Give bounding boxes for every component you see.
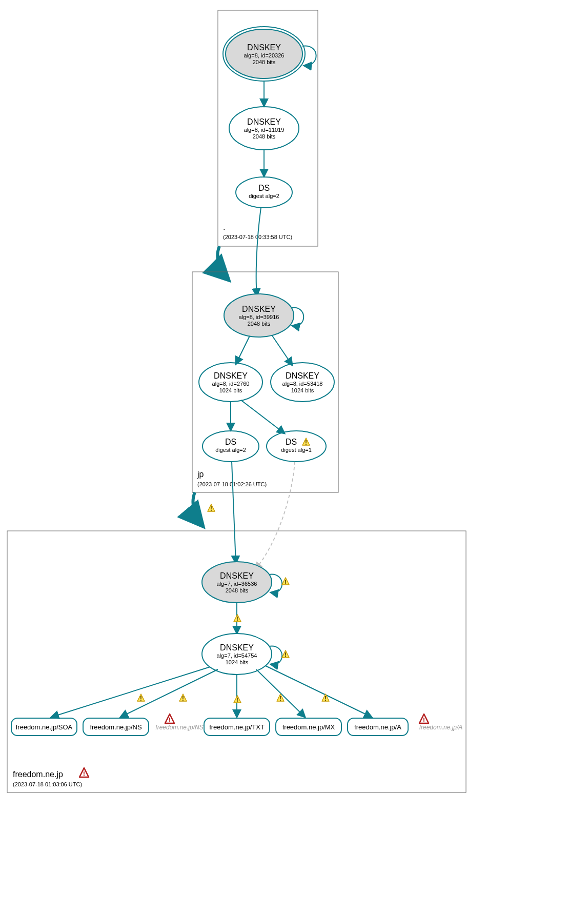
edge-zsk-ns: [120, 669, 218, 717]
svg-point-29: [267, 431, 326, 462]
rrset-txt: freedom.ne.jp/TXT: [204, 718, 270, 736]
zone-jp-timestamp: (2023-07-18 01:02:26 UTC): [197, 481, 267, 487]
svg-text:DNSKEY: DNSKEY: [286, 371, 319, 380]
svg-text:!: !: [210, 505, 212, 512]
svg-text:!: !: [169, 716, 171, 724]
edge-zsk-mx: [256, 669, 305, 717]
edge-root-ds-jp-ksk: [256, 208, 261, 296]
error-icon: !: [79, 768, 89, 778]
svg-text:1024 bits: 1024 bits: [226, 659, 249, 665]
dnssec-graph: . (2023-07-18 00:33:58 UTC) DNSKEY alg=8…: [0, 0, 588, 911]
edge-jp-zsk1-ds1: [241, 400, 285, 433]
edge-jp-ds2-dom-ksk: [232, 462, 236, 563]
svg-text:!: !: [285, 578, 287, 586]
svg-point-10: [236, 177, 292, 208]
zone-domain-timestamp: (2023-07-18 01:03:06 UTC): [13, 781, 82, 787]
svg-text:freedom.ne.jp/TXT: freedom.ne.jp/TXT: [209, 723, 265, 731]
error-icon: !: [165, 714, 174, 724]
svg-text:!: !: [423, 716, 425, 724]
svg-text:DNSKEY: DNSKEY: [247, 117, 281, 126]
edge-zsk-a: [266, 666, 372, 717]
node-root-ds: DS digest alg=2: [236, 177, 292, 208]
warning-icon: !: [322, 694, 329, 702]
warning-icon: !: [234, 696, 241, 704]
svg-text:DNSKEY: DNSKEY: [242, 305, 276, 313]
svg-text:!: !: [279, 695, 281, 702]
node-jp-zsk1: DNSKEY alg=8, id=2760 1024 bits: [199, 363, 262, 402]
edge-jp-ksk-zsk1: [236, 336, 250, 364]
svg-text:2048 bits: 2048 bits: [248, 321, 271, 327]
edge-zsk-soa: [51, 667, 210, 717]
node-root-zsk: DNSKEY alg=8, id=11019 2048 bits: [229, 107, 299, 150]
warning-icon: !: [234, 615, 241, 623]
svg-text:DNSKEY: DNSKEY: [220, 643, 254, 652]
svg-text:freedom.ne.jp/NS: freedom.ne.jp/NS: [90, 723, 141, 731]
svg-text:2048 bits: 2048 bits: [253, 59, 276, 65]
svg-text:freedom.ne.jp/SOA: freedom.ne.jp/SOA: [16, 723, 73, 731]
zone-jp-label: jp: [197, 470, 204, 479]
node-dom-zsk: DNSKEY alg=7, id=54754 1024 bits: [202, 633, 272, 675]
svg-text:DNSKEY: DNSKEY: [247, 43, 281, 52]
edge-jp-ds1-dom-ksk: [255, 462, 295, 569]
warning-icon: !: [179, 694, 187, 702]
zone-root-label: .: [223, 223, 225, 231]
svg-text:alg=8, id=20326: alg=8, id=20326: [244, 52, 285, 58]
svg-text:freedom.ne.jp/A: freedom.ne.jp/A: [354, 723, 401, 731]
zone-jp: jp (2023-07-18 01:02:26 UTC) DNSKEY alg=…: [192, 208, 338, 492]
svg-text:digest alg=2: digest alg=2: [215, 447, 246, 453]
svg-text:alg=8, id=53418: alg=8, id=53418: [282, 381, 323, 387]
svg-text:!: !: [182, 695, 184, 702]
warning-icon: !: [282, 578, 289, 586]
svg-text:!: !: [305, 439, 307, 446]
error-icon: !: [419, 714, 429, 724]
svg-text:freedom.ne.jp/A: freedom.ne.jp/A: [419, 724, 463, 731]
edge-deleg-root-jp: [217, 246, 228, 280]
svg-text:alg=8, id=2760: alg=8, id=2760: [212, 381, 250, 387]
svg-text:DNSKEY: DNSKEY: [220, 571, 254, 580]
rrset-ns: freedom.ne.jp/NS: [83, 718, 149, 736]
edge-deleg-jp-domain: [193, 492, 202, 526]
warning-icon: !: [282, 650, 289, 659]
rrset-a-insecure: freedom.ne.jp/A: [419, 724, 463, 731]
zone-domain-label: freedom.ne.jp: [13, 770, 63, 779]
node-dom-ksk: DNSKEY alg=7, id=36536 2048 bits: [202, 562, 272, 603]
svg-text:freedom.ne.jp/MX: freedom.ne.jp/MX: [282, 723, 335, 731]
svg-point-26: [202, 431, 259, 462]
edge-jp-ksk-zsk2: [272, 335, 292, 365]
svg-text:alg=7, id=36536: alg=7, id=36536: [217, 581, 257, 587]
svg-text:alg=8, id=39916: alg=8, id=39916: [239, 314, 279, 320]
svg-text:2048 bits: 2048 bits: [253, 133, 276, 140]
svg-text:digest alg=1: digest alg=1: [281, 447, 312, 453]
svg-text:!: !: [285, 651, 287, 659]
node-jp-ds2: DS digest alg=2: [202, 431, 259, 462]
rrset-soa: freedom.ne.jp/SOA: [11, 718, 77, 736]
svg-text:2048 bits: 2048 bits: [226, 587, 249, 593]
svg-text:DS: DS: [225, 438, 236, 446]
svg-text:DNSKEY: DNSKEY: [214, 371, 248, 380]
node-root-ksk: DNSKEY alg=8, id=20326 2048 bits: [223, 27, 305, 81]
svg-text:alg=7, id=54754: alg=7, id=54754: [217, 652, 257, 659]
zone-domain: freedom.ne.jp (2023-07-18 01:03:06 UTC) …: [7, 462, 466, 793]
svg-text:DS: DS: [286, 438, 297, 446]
svg-text:freedom.ne.jp/NS: freedom.ne.jp/NS: [155, 724, 203, 731]
svg-text:!: !: [236, 696, 238, 704]
rrset-a: freedom.ne.jp/A: [348, 718, 408, 736]
svg-text:1024 bits: 1024 bits: [291, 387, 314, 393]
svg-text:digest alg=2: digest alg=2: [249, 193, 279, 199]
node-jp-ksk: DNSKEY alg=8, id=39916 2048 bits: [224, 294, 294, 337]
svg-text:DS: DS: [258, 184, 270, 192]
svg-text:!: !: [236, 615, 238, 623]
node-jp-zsk2: DNSKEY alg=8, id=53418 1024 bits: [271, 363, 334, 402]
svg-text:!: !: [83, 770, 85, 778]
zone-root: . (2023-07-18 00:33:58 UTC) DNSKEY alg=8…: [218, 10, 318, 246]
svg-text:!: !: [140, 695, 142, 702]
warning-icon: !: [137, 694, 145, 702]
node-jp-ds1: DS digest alg=1: [267, 431, 326, 462]
svg-text:!: !: [325, 695, 327, 702]
svg-text:alg=8, id=11019: alg=8, id=11019: [244, 127, 285, 133]
rrset-mx: freedom.ne.jp/MX: [276, 718, 341, 736]
warning-icon: !: [208, 504, 215, 512]
rrset-ns-insecure: freedom.ne.jp/NS: [155, 724, 203, 731]
svg-text:1024 bits: 1024 bits: [219, 387, 242, 393]
